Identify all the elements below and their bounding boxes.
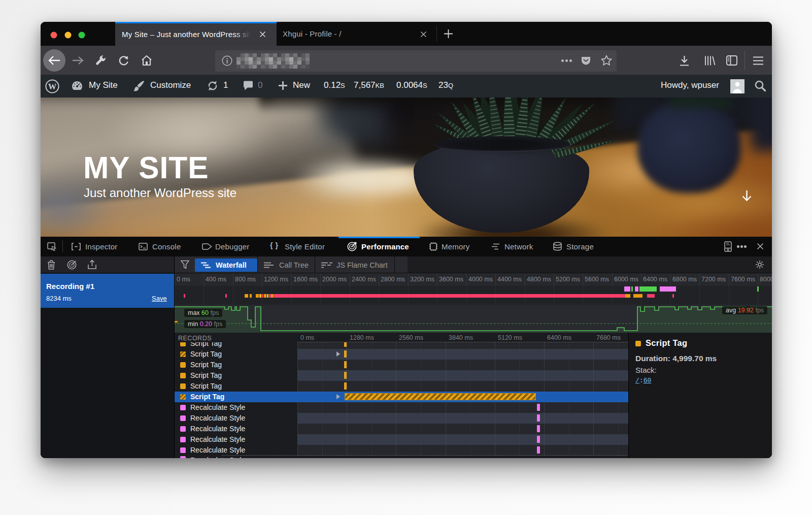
svg-text:W: W	[48, 82, 57, 91]
